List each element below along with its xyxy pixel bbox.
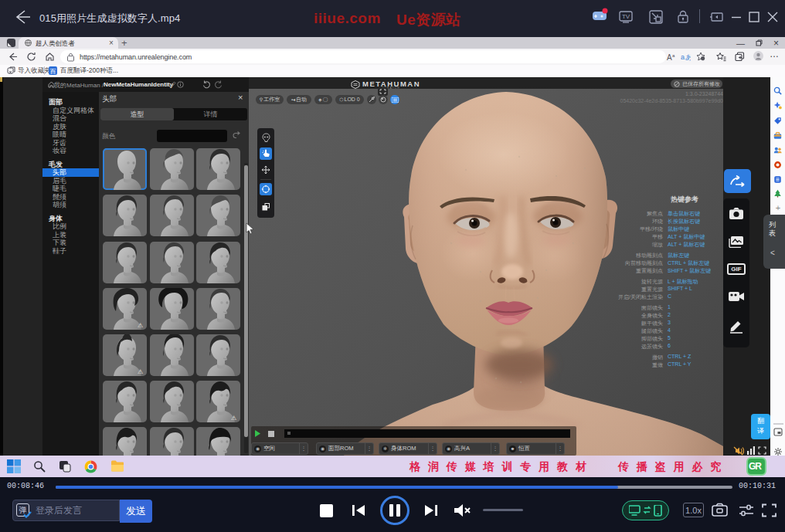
svg-text:а: а	[681, 53, 685, 61]
svg-text:TV: TV	[622, 13, 630, 20]
svg-text:あ: あ	[685, 53, 691, 61]
svg-text:A: A	[667, 53, 672, 62]
svg-text:a: a	[672, 53, 675, 58]
